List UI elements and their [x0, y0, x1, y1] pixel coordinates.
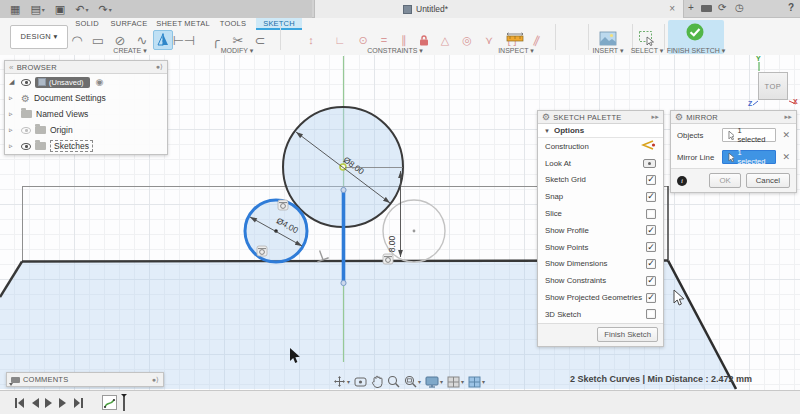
cancel-button[interactable]: Cancel [746, 173, 790, 188]
ok-button[interactable]: OK [709, 173, 740, 188]
timeline-go-to-end-icon[interactable] [73, 398, 84, 408]
mirror-line-bottom-point[interactable] [341, 280, 346, 285]
palette-row-3d-sketch[interactable]: 3D Sketch [538, 306, 663, 323]
checkbox[interactable] [646, 242, 656, 252]
select-tool-icon[interactable] [637, 28, 657, 48]
tangent-constraint-badge[interactable] [383, 254, 393, 264]
panel-options-icon[interactable]: ●⟩ [152, 376, 159, 384]
browser-item-named-views[interactable]: ▹ Named Views [5, 106, 167, 122]
expander-icon[interactable]: ▹ [9, 110, 17, 118]
comments-bubble-icon[interactable] [701, 5, 712, 12]
palette-row-construction[interactable]: Construction [538, 138, 663, 155]
finish-sketch-label[interactable]: FINISH SKETCH ▾ [663, 47, 729, 55]
mirror-dialog-header[interactable]: ⚙ MIRROR ▸▸ [671, 111, 796, 124]
tangent-constraint-badge[interactable] [257, 246, 267, 256]
construction-icon[interactable] [641, 140, 656, 152]
expander-icon[interactable]: ▹ [9, 126, 17, 134]
visibility-eye-icon[interactable] [21, 127, 31, 134]
history-clock-icon[interactable]: ◷ [735, 2, 744, 13]
palette-row-sketch-grid[interactable]: Sketch Grid [538, 172, 663, 189]
palette-row-show-points[interactable]: Show Points [538, 239, 663, 256]
undo-icon[interactable]: ↶▾ [75, 3, 88, 16]
browser-item-document-settings[interactable]: ▹ ⚙ Document Settings [5, 90, 167, 106]
timeline-go-to-start-icon[interactable] [14, 398, 25, 408]
tab-tools[interactable]: TOOLS [215, 18, 251, 30]
root-component-badge[interactable]: (Unsaved) [35, 77, 90, 88]
options-section-header[interactable]: ▼ Options [538, 124, 663, 138]
document-tab[interactable]: Untitled* × [314, 0, 684, 18]
expander-icon[interactable]: ▹ [9, 142, 17, 150]
sketch-dimension-icon[interactable]: ↕ [301, 30, 321, 50]
section-collapse-icon[interactable]: ▼ [544, 128, 550, 134]
palette-row-snap[interactable]: Snap [538, 188, 663, 205]
mirror-line-selection-button[interactable]: 1 selected [722, 150, 777, 164]
expander-icon[interactable]: ◢ [9, 78, 17, 86]
palette-row-show-constraints[interactable]: Show Constraints [538, 272, 663, 289]
concentric-constraint-icon[interactable]: ◎ [457, 30, 477, 50]
objects-selection-button[interactable]: 1 selected [722, 128, 777, 142]
look-at-icon[interactable] [354, 376, 367, 387]
orbit-icon[interactable]: ▾ [333, 375, 350, 388]
palette-row-show-dimensions[interactable]: Show Dimensions [538, 256, 663, 273]
viewports-icon[interactable]: ▾ [468, 376, 485, 388]
collapse-icon[interactable]: « [9, 63, 14, 72]
palette-row-look-at[interactable]: Look At [538, 155, 663, 172]
workspace-selector[interactable]: DESIGN ▾ [10, 25, 68, 49]
finish-sketch-check-icon[interactable] [685, 22, 705, 42]
timeline-sketch-feature-icon[interactable] [102, 395, 117, 410]
comments-header[interactable]: COMMENTS ●⟩ [7, 373, 163, 386]
palette-row-show-profile[interactable]: Show Profile [538, 222, 663, 239]
slot-tool-icon[interactable]: ⊢⊣ [174, 30, 194, 50]
tab-sketch[interactable]: SKETCH [256, 18, 302, 30]
timeline-step-back-icon[interactable] [31, 398, 39, 408]
browser-root-row[interactable]: ◢ (Unsaved) ◉ [5, 74, 167, 90]
panel-options-icon[interactable]: ●⟩ [156, 63, 163, 71]
app-grid-icon[interactable]: ▦ [10, 3, 20, 16]
activate-radio-icon[interactable]: ◉ [96, 77, 104, 87]
look-at-icon[interactable] [643, 159, 656, 168]
coincident-constraint-icon[interactable]: ∟ [330, 30, 350, 50]
timeline-step-forward-icon[interactable] [59, 398, 67, 408]
browser-header[interactable]: « BROWSER ●⟩ [5, 61, 167, 74]
info-icon[interactable]: i [677, 176, 687, 186]
timeline-position-marker[interactable] [123, 395, 125, 411]
checkbox[interactable] [646, 209, 656, 219]
browser-item-origin[interactable]: ▹ Origin [5, 122, 167, 138]
tab-surface[interactable]: SURFACE [107, 18, 151, 30]
checkbox[interactable] [646, 225, 656, 235]
create-group-label[interactable]: CREATE ▾ [100, 47, 160, 55]
zoom-window-icon[interactable]: ▾ [404, 375, 421, 388]
checkbox[interactable] [646, 192, 656, 202]
pan-hand-icon[interactable] [371, 375, 383, 388]
inspect-group-label[interactable]: INSPECT ▾ [490, 47, 542, 55]
help-icon[interactable]: ? [788, 2, 794, 13]
line-tool-icon[interactable]: ◠ [67, 30, 87, 50]
checkbox[interactable] [646, 276, 656, 286]
clear-selection-icon[interactable]: ✕ [782, 152, 790, 162]
checkbox[interactable] [646, 293, 656, 303]
measure-inspect-icon[interactable] [505, 28, 525, 48]
close-tab-icon[interactable]: × [669, 4, 675, 14]
browser-item-sketches[interactable]: ▹ Sketches [5, 138, 167, 154]
timeline-play-icon[interactable] [45, 398, 53, 408]
expand-panel-icon[interactable]: ▸▸ [785, 113, 792, 121]
grid-layout-icon[interactable]: ▾ [447, 376, 464, 388]
sync-icon[interactable]: ⟳ [718, 2, 726, 13]
insert-image-icon[interactable] [598, 28, 618, 48]
clear-selection-icon[interactable]: ✕ [782, 130, 790, 140]
save-icon[interactable]: ▣ [55, 3, 65, 16]
tangent-constraint-badge[interactable] [278, 200, 288, 210]
palette-row-slice[interactable]: Slice [538, 205, 663, 222]
expand-panel-icon[interactable]: ▸▸ [652, 113, 659, 121]
view-cube[interactable]: TOP Y X Z [750, 58, 800, 108]
sketch-palette-header[interactable]: ⚙ SKETCH PALETTE ▸▸ [538, 111, 663, 124]
visibility-eye-icon[interactable] [21, 143, 31, 150]
checkbox[interactable] [646, 309, 656, 319]
visibility-eye-icon[interactable] [21, 79, 31, 86]
file-menu-icon[interactable]: ▤▾ [30, 3, 44, 16]
checkbox[interactable] [646, 175, 656, 185]
constraints-group-label[interactable]: CONSTRAINTS ▾ [360, 47, 430, 55]
redo-icon[interactable]: ↷▾ [98, 3, 111, 16]
new-tab-icon[interactable]: + [688, 2, 694, 13]
dimension-text-height[interactable]: 8.00 [387, 235, 397, 252]
